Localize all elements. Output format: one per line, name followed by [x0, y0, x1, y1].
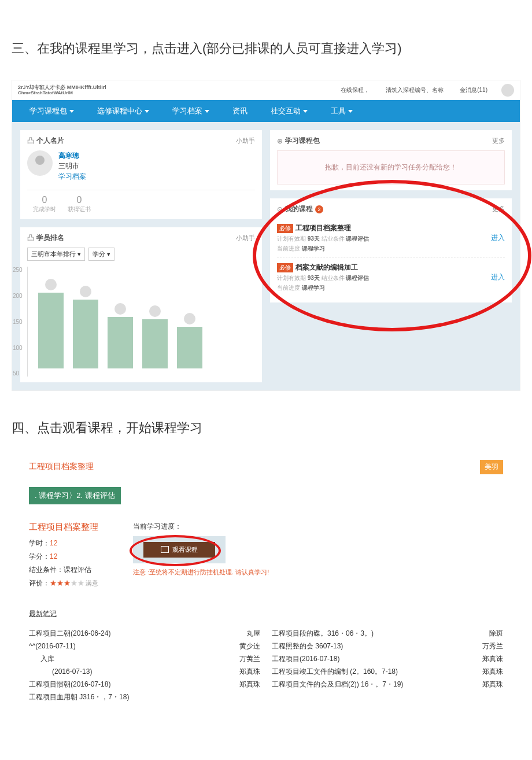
screenshot-course-detail: 工程项目档案整理 美羽 . 课程学习〉2. 课程评估 工程项目档案整理 学时：1…: [12, 460, 520, 703]
profile-archive-link[interactable]: 学习档案: [58, 171, 86, 182]
play-icon: ⊙: [277, 205, 283, 213]
note-author: 万荑兰: [220, 652, 260, 665]
step-label: . 课程学习〉2. 课程评估: [29, 487, 121, 504]
warning-text: 注意 :至统将不定期进行防挂机处理. 请认真学习!: [133, 568, 269, 577]
nav-tools[interactable]: 工具: [331, 106, 353, 116]
caret-icon: [303, 110, 308, 113]
play-icon: [161, 546, 169, 553]
stat-hours-label: 完成学时: [27, 205, 62, 213]
rank-metric-select[interactable]: 学分 ▾: [88, 248, 114, 261]
package-icon: ⊕: [277, 137, 283, 145]
note-item: (2016-07-13): [29, 665, 208, 678]
note-author: 郑真珠: [220, 678, 260, 691]
y-tick: 250: [13, 267, 23, 273]
note-item: 工程项目(2016-07-18): [272, 652, 451, 665]
credit-label: 学分：: [29, 552, 50, 560]
notes-table: 工程项目二朝(2016-06-24) ^^(2016-07-11) 入库 (20…: [29, 627, 503, 703]
logo-line2: Chm»SfrahTatofWAtUrlM: [18, 90, 106, 96]
enter-course-link[interactable]: 进入: [491, 272, 505, 282]
top-bar: 2rJ'r却专班人才卡必 MMIHKffft.UltiIrl Chm»Sfrah…: [12, 80, 520, 100]
caret-icon: [145, 110, 149, 113]
panel-ranking: 凸 学员排名 小助手 三明市本年排行 ▾ 学分 ▾ 250 200: [20, 227, 262, 382]
section-4-heading: 四、点击观看课程，开始课程学习: [12, 414, 520, 442]
y-tick: 50: [13, 370, 23, 377]
more-link[interactable]: 更多: [492, 136, 505, 145]
required-tag: 必修: [277, 263, 293, 272]
avatar-icon: [149, 305, 161, 317]
avatar-icon: [27, 150, 53, 176]
avatar-icon: [114, 303, 126, 315]
chart-bar: [142, 319, 168, 368]
avatar-icon: [184, 313, 195, 324]
enter-course-link[interactable]: 进入: [491, 233, 505, 243]
stat-cert-value: 0: [62, 195, 97, 205]
panel-my-courses: ⊙ 我的课程 2 更多 必修工程项目档案整理 计划有效期 93天 结业条件 课程…: [270, 198, 512, 302]
panel-title: 个人名片: [36, 136, 64, 146]
panel-profile: 凸 个人名片 小助手 高寒璁 三明市 学习档案: [20, 130, 262, 219]
hours-label: 学时：: [29, 539, 50, 547]
note-author: 郑真珠: [220, 665, 260, 678]
stat-cert-label: 获得证书: [62, 205, 97, 213]
rating-label: 评价：: [29, 579, 50, 587]
logo-text: 2rJ'r却专班人才卡必 MMIHKffft.UltiIrl Chm»Sfrah…: [18, 84, 106, 96]
profile-city: 三明市: [58, 161, 86, 171]
required-tag: 必修: [277, 224, 293, 233]
top-avatar-icon[interactable]: [501, 84, 514, 97]
panel-title: 学员排名: [36, 233, 64, 243]
course-row: 必修档案文献的编辑加工 计划有效期 93天 结业条件 课程评估 当前进度 课程学…: [277, 258, 505, 297]
top-text-1: 在线保程，: [341, 86, 370, 94]
dashboard-body: 凸 个人名片 小助手 高寒璁 三明市 学习档案: [12, 122, 520, 390]
hours-value: 12: [50, 539, 57, 547]
logo-line1: 2rJ'r却专班人才卡必 MMIHKffft.UltiIrl: [18, 84, 106, 90]
nav-elective-center[interactable]: 选修课程中心: [97, 106, 149, 116]
main-nav: 学习课程包 选修课程中心 学习档案 资讯 社交互动 工具: [12, 100, 520, 122]
profile-name: 高寒璁: [58, 150, 86, 161]
note-author: 郑真珠: [463, 665, 503, 678]
note-author: 丸屋: [220, 627, 260, 640]
nav-study-package[interactable]: 学习课程包: [29, 106, 74, 116]
credit-value: 12: [50, 552, 57, 560]
ranking-bar-chart: 250 200 150 100 50: [27, 267, 255, 377]
chart-bar: [73, 300, 98, 368]
note-author: 郑真诛: [463, 652, 503, 665]
helper-link[interactable]: 小助手: [236, 136, 255, 145]
breadcrumb-title: 工程项目档案整理: [29, 462, 94, 472]
nav-news[interactable]: 资讯: [232, 106, 247, 116]
stat-hours-value: 0: [27, 195, 62, 205]
more-link[interactable]: 更多: [492, 205, 505, 213]
note-item: 工程项目血用朝 J316・，7・18): [29, 691, 208, 703]
caret-icon: [69, 110, 74, 113]
note-author: 万秀兰: [463, 640, 503, 652]
rank-icon: 凸: [27, 233, 34, 243]
note-item: 工程项目惯朝(2016-07-18): [29, 678, 208, 691]
helper-link[interactable]: 小助手: [236, 234, 255, 242]
panel-title: 我的课程: [285, 204, 313, 214]
panel-title: 学习课程包: [285, 136, 320, 146]
note-item: 工程项目二朝(2016-06-24): [29, 627, 208, 640]
top-right-button[interactable]: 美羽: [480, 460, 503, 474]
top-messages[interactable]: 金消息(11): [460, 86, 487, 94]
watch-course-button[interactable]: 观看课程: [143, 542, 215, 558]
top-search-hint: 清筑入深程编号、名称: [386, 86, 444, 94]
note-item: 入库: [29, 652, 208, 665]
rank-region-select[interactable]: 三明市本年排行 ▾: [27, 248, 85, 261]
section-3-heading: 三、在我的课程里学习，点击进入(部分已排课的人员可直接进入学习): [12, 35, 520, 62]
note-item: 工程项目段的碟。316・06・3。): [272, 627, 451, 640]
chart-bar: [108, 317, 133, 368]
avatar-icon: [45, 279, 57, 290]
card-icon: 凸: [27, 136, 34, 146]
progress-label: 当前学习进度：: [133, 522, 269, 532]
y-tick: 200: [13, 293, 23, 299]
step-indicator: . 课程学习〉2. 课程评估: [29, 487, 503, 504]
nav-social[interactable]: 社交互动: [271, 106, 308, 116]
cond-label: 结业条件：: [29, 566, 64, 574]
nav-study-archive[interactable]: 学习档案: [172, 106, 209, 116]
watch-button-container: 观看课程: [133, 536, 226, 563]
latest-notes-heading: 最新笔记: [29, 609, 503, 619]
caret-icon: [205, 110, 209, 113]
course-title: 档案文献的编辑加工: [295, 263, 358, 271]
star-rating-icon: ★★★★★满意: [50, 579, 98, 587]
course-count-badge: 2: [315, 205, 323, 213]
course-detail-title: 工程项目档案整理: [29, 522, 98, 533]
panel-study-package: ⊕ 学习课程包 更多 抱歉，目前还没有新的学习任务分配给您！: [270, 130, 512, 190]
